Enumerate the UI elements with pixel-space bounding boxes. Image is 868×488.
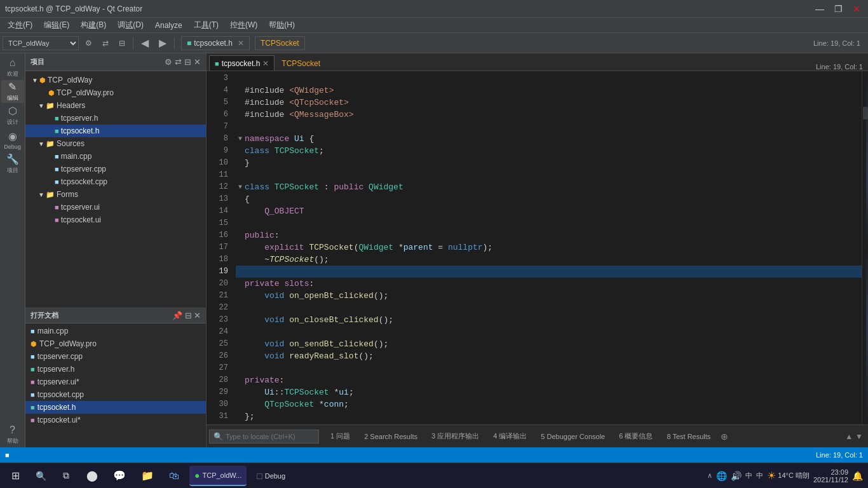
bottom-tab-compile[interactable]: 4 编译输出	[487, 429, 533, 444]
explorer-icon: 📁	[141, 470, 154, 482]
tree-item-tcpsocket-ui[interactable]: ■ tcpsocket.ui	[25, 214, 206, 226]
windows-start-button[interactable]: ⊞	[5, 466, 25, 486]
tree-item-root[interactable]: ▼ ⬢ TCP_oldWay	[25, 74, 206, 86]
bottom-tab-debugger[interactable]: 5 Debugger Console	[534, 430, 611, 443]
menu-window[interactable]: 控件(W)	[225, 18, 262, 32]
project-close-icon[interactable]: ✕	[194, 57, 201, 67]
project-selector[interactable]: TCP_oldWay	[3, 36, 79, 50]
project-filter-icon[interactable]: ⚙	[165, 57, 172, 67]
nav-fwd-button[interactable]: ▶	[155, 36, 170, 50]
project-collapse-icon[interactable]: ⊟	[184, 57, 191, 67]
tab-close-tcpsocket-h[interactable]: ✕	[262, 59, 269, 68]
menu-build[interactable]: 构建(B)	[76, 18, 111, 32]
tree-item-sources[interactable]: ▼ 📁 Sources	[25, 137, 206, 150]
taskbar-arrow-icon[interactable]: ∧	[707, 471, 712, 480]
toolbar: TCP_oldWay ⚙ ⇄ ⊟ ◀ ▶ ■ tcpsocket.h ✕ TCP…	[0, 33, 868, 53]
doc-item-main-cpp[interactable]: ■ main.cpp	[25, 325, 206, 337]
tree-item-forms[interactable]: ▼ 📁 Forms	[25, 188, 206, 201]
folder-icon: 📁	[46, 102, 55, 110]
taskbar-wechat[interactable]: 💬	[108, 466, 131, 486]
tree-item-tcpserver-h[interactable]: ■ tcpserver.h	[25, 112, 206, 125]
taskbar-store[interactable]: 🛍	[164, 466, 184, 486]
filter-icon[interactable]: ⚙	[81, 37, 96, 49]
bottom-scroll-down[interactable]: ▼	[855, 432, 863, 441]
editor-tab-tcpsocket-class[interactable]: TCPSocket	[276, 55, 326, 71]
locate-bar[interactable]: 🔍	[209, 430, 319, 444]
taskbar-keyboard-icon[interactable]: 中	[745, 471, 752, 480]
active-file-close[interactable]: ✕	[238, 39, 244, 48]
tree-item-headers[interactable]: ▼ 📁 Headers	[25, 99, 206, 112]
editor-scrollbar[interactable]	[862, 71, 868, 424]
bottom-tab-problems[interactable]: 1 问题	[324, 429, 356, 444]
project-panel-header: 项目 ⚙ ⇄ ⊟ ✕	[25, 53, 206, 71]
bottom-scroll-up[interactable]: ▲	[845, 432, 853, 441]
maximize-button[interactable]: ❐	[832, 4, 845, 14]
sidebar-help[interactable]: ? 帮助	[1, 423, 24, 446]
menu-debug[interactable]: 调试(D)	[112, 18, 149, 32]
doc-item-tcpsocket-ui[interactable]: ■ tcpsocket.ui*	[25, 414, 206, 426]
active-file-tab[interactable]: ■ tcpsocket.h ✕	[181, 36, 250, 50]
bottom-tabs-expand[interactable]: ⊕	[721, 431, 728, 442]
doc-item-pro[interactable]: ⬢ TCP_oldWay.pro	[25, 337, 206, 350]
sync-icon[interactable]: ⇄	[98, 37, 112, 49]
doc-item-tcpserver-h[interactable]: ■ tcpserver.h	[25, 363, 206, 376]
taskbar-volume-icon[interactable]: 🔊	[731, 471, 742, 481]
minimize-button[interactable]: —	[813, 4, 827, 14]
open-docs-collapse-icon[interactable]: ⊟	[185, 311, 192, 320]
open-docs-close-icon[interactable]: ✕	[194, 311, 201, 320]
taskbar-explorer[interactable]: 📁	[136, 466, 159, 486]
code-line-18: ~TCPSocket();	[236, 254, 862, 266]
menu-analyze[interactable]: Analyze	[150, 20, 187, 31]
taskbar-qtcreator[interactable]: ● TCP_oldW...	[189, 466, 247, 486]
doc-item-tcpsocket-h[interactable]: ■ tcpsocket.h	[25, 401, 206, 414]
menu-help[interactable]: 帮助(H)	[264, 18, 300, 32]
open-docs-pin-icon[interactable]: 📌	[172, 311, 182, 320]
class-tab[interactable]: TCPSocket	[255, 36, 305, 50]
close-button[interactable]: ✕	[850, 4, 863, 14]
sidebar-debug[interactable]: ◉ Debug	[1, 128, 24, 151]
project-sync-icon[interactable]: ⇄	[175, 57, 182, 67]
menu-edit[interactable]: 编辑(E)	[39, 18, 74, 32]
sidebar-project[interactable]: 🔧 项目	[1, 152, 24, 175]
taskview-button[interactable]: ⧉	[56, 466, 76, 486]
notification-icon[interactable]: 🔔	[852, 471, 863, 481]
bottom-tab-overview[interactable]: 6 概要信息	[613, 429, 659, 444]
cpp-file-icon2: ■	[55, 165, 59, 173]
pro-file-icon: ⬢	[48, 89, 55, 97]
tree-item-tcpserver-ui[interactable]: ■ tcpserver.ui	[25, 201, 206, 214]
editor-tab-tcpsocket-h[interactable]: ■ tcpsocket.h ✕	[209, 55, 275, 71]
project-panel-icons: ⚙ ⇄ ⊟ ✕	[165, 57, 201, 67]
doc-item-tcpserver-ui[interactable]: ■ tcpserver.ui*	[25, 376, 206, 388]
menu-tools[interactable]: 工具(T)	[189, 18, 224, 32]
sidebar-welcome[interactable]: ⌂ 欢迎	[1, 56, 24, 79]
tree-item-tcpsocket-h[interactable]: ■ tcpsocket.h	[25, 125, 206, 137]
code-line-20: private slots:	[236, 278, 862, 290]
sidebar-design[interactable]: ⬡ 设计	[1, 104, 24, 127]
tree-item-tcpserver-cpp[interactable]: ■ tcpserver.cpp	[25, 163, 206, 175]
taskbar-debug-app[interactable]: □ Debug	[252, 466, 290, 486]
tree-item-tcpsocket-cpp[interactable]: ■ tcpsocket.cpp	[25, 175, 206, 188]
project-panel-title: 项目	[31, 57, 44, 67]
code-line-19	[236, 266, 862, 278]
welcome-icon: ⌂	[10, 57, 16, 69]
windows-logo-icon: ⊞	[11, 470, 20, 482]
taskbar-network-icon[interactable]: 🌐	[716, 471, 727, 481]
menu-file[interactable]: 文件(F)	[3, 18, 37, 32]
doc-item-tcpserver-cpp[interactable]: ■ tcpserver.cpp	[25, 350, 206, 363]
nav-back-button[interactable]: ◀	[137, 36, 153, 50]
taskbar-clock[interactable]: 23:09 2021/11/12	[813, 468, 848, 484]
bottom-tab-app-output[interactable]: 3 应用程序输出	[425, 429, 485, 444]
locate-input[interactable]	[226, 433, 315, 440]
code-editor[interactable]: 3 4 5 6 7 8 9 10 11 12 13 14 15 16 17 18…	[207, 71, 868, 424]
bottom-tab-tests[interactable]: 8 Test Results	[660, 430, 717, 443]
taskbar-input-method[interactable]: 中	[756, 471, 763, 480]
search-taskbar-button[interactable]: 🔍	[31, 466, 51, 486]
tree-item-pro[interactable]: ⬢ TCP_oldWay.pro	[25, 86, 206, 99]
sidebar-edit[interactable]: ✎ 编辑	[1, 80, 24, 103]
doc-item-tcpsocket-cpp[interactable]: ■ tcpsocket.cpp	[25, 388, 206, 401]
collapse-icon[interactable]: ⊟	[115, 37, 129, 49]
tree-item-main-cpp[interactable]: ■ main.cpp	[25, 150, 206, 163]
bottom-tab-search[interactable]: 2 Search Results	[358, 430, 424, 443]
taskbar-chrome[interactable]: ⬤	[81, 466, 103, 486]
code-content[interactable]: #include <QWidget> #include <QTcpSocket>…	[233, 71, 862, 424]
